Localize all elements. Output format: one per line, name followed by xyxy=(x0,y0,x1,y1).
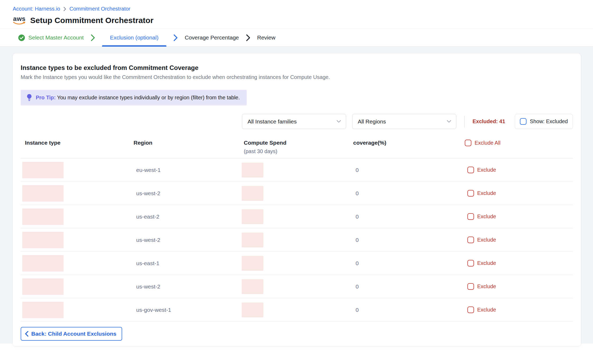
exclude-checkbox[interactable] xyxy=(467,213,474,220)
coverage-cell: 0 xyxy=(353,214,465,220)
exclude-checkbox[interactable] xyxy=(467,237,474,243)
redacted-instance-type xyxy=(22,162,64,178)
table-header-row: Instance type Region Compute Spend (past… xyxy=(21,140,573,158)
exclude-cell: Exclude xyxy=(465,307,573,313)
aws-smile-icon xyxy=(13,21,26,25)
column-header-region: Region xyxy=(134,140,244,146)
show-excluded-checkbox[interactable] xyxy=(520,118,526,125)
instance-families-selected-value: All Instance families xyxy=(247,118,297,125)
exclude-label: Exclude xyxy=(477,260,496,266)
compute-spend-cell xyxy=(244,256,353,271)
table-row: us-east-1 0 Exclude xyxy=(21,252,573,275)
instance-families-select[interactable]: All Instance families xyxy=(242,114,346,129)
table-row: eu-west-1 0 Exclude xyxy=(21,158,573,182)
redacted-compute-spend xyxy=(242,279,263,294)
excluded-count: Excluded: 41 xyxy=(472,118,505,125)
compute-spend-cell xyxy=(244,233,353,247)
redacted-instance-type xyxy=(22,208,64,225)
regions-select[interactable]: All Regions xyxy=(352,114,456,129)
region-cell: us-west-2 xyxy=(134,237,244,243)
exclude-label: Exclude xyxy=(477,237,496,243)
instance-type-cell xyxy=(21,185,134,202)
chevron-left-icon xyxy=(25,331,29,337)
exclusion-table: Instance type Region Compute Spend (past… xyxy=(21,140,573,322)
step-label: Select Master Account xyxy=(28,34,84,41)
show-excluded-toggle[interactable]: Show: Excluded xyxy=(515,114,573,129)
page-title: Setup Commitment Orchestrator xyxy=(30,16,153,25)
exclude-label: Exclude xyxy=(477,307,496,313)
filters-row: All Instance families All Regions Exclud… xyxy=(21,114,573,129)
panel-subheading: Mark the Instance types you would like t… xyxy=(21,74,573,80)
coverage-cell: 0 xyxy=(353,237,465,243)
exclude-cell: Exclude xyxy=(465,237,573,243)
exclude-label: Exclude xyxy=(477,214,496,220)
redacted-instance-type xyxy=(22,185,64,202)
coverage-cell: 0 xyxy=(353,167,465,173)
step-exclusion-optional[interactable]: Exclusion (optional) xyxy=(102,29,166,46)
exclude-label: Exclude xyxy=(477,283,496,290)
breadcrumb-account-link[interactable]: Account: Harness.io xyxy=(13,6,60,12)
exclude-cell: Exclude xyxy=(465,260,573,267)
exclude-cell: Exclude xyxy=(465,190,573,197)
breadcrumb-chevron-icon xyxy=(63,7,66,11)
exclude-checkbox[interactable] xyxy=(467,260,474,267)
table-row: us-gov-west-1 0 Exclude xyxy=(21,298,573,322)
step-select-master-account[interactable]: Select Master Account xyxy=(18,29,84,46)
exclude-all-checkbox[interactable] xyxy=(465,140,471,146)
redacted-compute-spend xyxy=(242,209,263,224)
compute-spend-cell xyxy=(244,163,353,177)
coverage-cell: 0 xyxy=(353,307,465,313)
breadcrumb-module-link[interactable]: Commitment Orchestrator xyxy=(69,6,130,12)
instance-type-cell xyxy=(21,232,134,248)
column-header-instance-type: Instance type xyxy=(21,140,134,146)
lightbulb-icon xyxy=(26,94,32,101)
redacted-compute-spend xyxy=(242,186,263,201)
region-cell: us-gov-west-1 xyxy=(134,307,244,313)
step-label: Review xyxy=(257,34,276,41)
pro-tip-text: You may exclude instance types individua… xyxy=(57,95,240,100)
coverage-cell: 0 xyxy=(353,283,465,290)
exclude-checkbox[interactable] xyxy=(467,307,474,313)
exclude-checkbox[interactable] xyxy=(467,283,474,290)
pro-tip-label: Pro Tip: xyxy=(36,95,56,100)
step-review[interactable]: Review xyxy=(257,29,276,46)
redacted-instance-type xyxy=(22,278,64,295)
compute-spend-cell xyxy=(244,303,353,317)
column-header-exclude-all: Exclude All xyxy=(465,140,573,146)
show-excluded-label: Show: Excluded xyxy=(530,118,568,125)
redacted-compute-spend xyxy=(242,303,263,317)
regions-selected-value: All Regions xyxy=(358,118,386,125)
exclusion-panel: Instance types to be excluded from Commi… xyxy=(13,54,581,346)
chevron-right-icon xyxy=(246,29,250,46)
check-circle-icon xyxy=(18,34,25,41)
back-button[interactable]: Back: Child Account Exclusions xyxy=(21,327,122,341)
exclude-checkbox[interactable] xyxy=(467,167,474,173)
region-cell: us-east-2 xyxy=(134,214,244,220)
region-cell: us-west-2 xyxy=(134,190,244,197)
breadcrumb: Account: Harness.io Commitment Orchestra… xyxy=(13,6,580,12)
stepper: Select Master Account Exclusion (optiona… xyxy=(0,29,593,47)
exclude-checkbox[interactable] xyxy=(467,190,474,197)
exclude-cell: Exclude xyxy=(465,167,573,173)
instance-type-cell xyxy=(21,162,134,178)
column-header-compute-spend-sub: (past 30 days) xyxy=(244,148,353,154)
chevron-right-icon xyxy=(91,29,95,46)
region-cell: us-west-2 xyxy=(134,283,244,290)
redacted-instance-type xyxy=(22,255,64,272)
redacted-compute-spend xyxy=(242,256,263,271)
chevron-right-icon xyxy=(173,29,178,46)
table-row: us-east-2 0 Exclude xyxy=(21,205,573,228)
step-coverage-percentage[interactable]: Coverage Percentage xyxy=(185,29,239,46)
instance-type-cell xyxy=(21,278,134,295)
region-cell: us-east-1 xyxy=(134,260,244,267)
step-label: Exclusion (optional) xyxy=(110,34,158,41)
redacted-instance-type xyxy=(22,232,64,248)
instance-type-cell xyxy=(21,255,134,272)
table-row: us-west-2 0 Exclude xyxy=(21,182,573,205)
column-header-compute-spend: Compute Spend (past 30 days) xyxy=(244,140,353,154)
step-label: Coverage Percentage xyxy=(185,34,239,41)
instance-type-cell xyxy=(21,302,134,318)
exclude-cell: Exclude xyxy=(465,213,573,220)
instance-type-cell xyxy=(21,208,134,225)
exclude-cell: Exclude xyxy=(465,283,573,290)
